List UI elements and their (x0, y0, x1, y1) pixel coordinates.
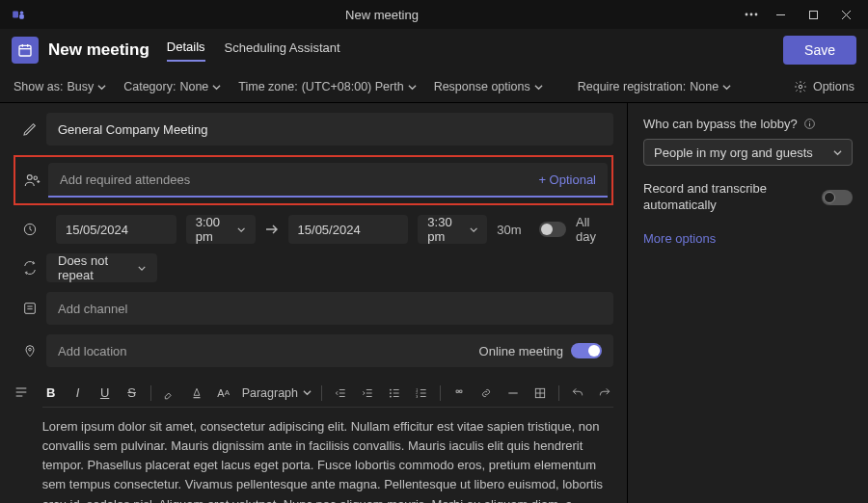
svg-text:3: 3 (416, 394, 418, 398)
start-time-input[interactable]: 3:00 pm (186, 215, 256, 244)
category-dropdown[interactable]: Category: None (123, 80, 221, 93)
svg-point-14 (799, 85, 802, 89)
quote-button[interactable] (450, 386, 468, 400)
chevron-down-icon (138, 264, 146, 273)
font-size-button[interactable]: AA (215, 387, 232, 399)
bypass-lobby-dropdown[interactable]: People in my org and guests (643, 139, 853, 166)
svg-point-16 (34, 176, 37, 179)
chevron-down-icon (408, 83, 417, 92)
location-icon (14, 343, 46, 358)
chevron-down-icon (833, 148, 842, 157)
page-header: New meeting Details Scheduling Assistant… (0, 29, 868, 71)
indent-increase-button[interactable] (359, 386, 376, 400)
chevron-down-icon (470, 225, 477, 234)
clock-icon (14, 222, 46, 237)
record-transcribe-toggle[interactable] (822, 190, 853, 205)
font-color-button[interactable] (188, 386, 205, 400)
window-close-button[interactable] (831, 3, 860, 26)
end-time-input[interactable]: 3:30 pm (418, 215, 487, 244)
svg-point-15 (27, 175, 32, 180)
add-optional-attendees-link[interactable]: + Optional (538, 172, 596, 187)
window-maximize-button[interactable] (799, 3, 827, 26)
underline-button[interactable]: U (96, 385, 114, 400)
description-icon (14, 379, 42, 503)
window-minimize-button[interactable] (766, 3, 795, 26)
add-channel-input[interactable]: Add channel (46, 292, 613, 325)
highlight-button[interactable] (161, 386, 178, 400)
page-title: New meeting (48, 40, 149, 60)
gear-icon (794, 80, 807, 93)
teams-app-icon (10, 6, 27, 23)
titlebar-more-button[interactable] (737, 3, 766, 26)
chevron-down-icon (303, 388, 312, 397)
svg-point-4 (750, 13, 753, 16)
rich-text-toolbar: B I U S AA Paragraph 123 (42, 379, 613, 408)
chevron-down-icon (212, 83, 221, 92)
numbered-list-button[interactable]: 123 (413, 386, 430, 400)
location-input[interactable]: Add location Online meeting (46, 334, 613, 367)
start-date-input[interactable]: 15/05/2024 (56, 215, 176, 244)
svg-point-5 (755, 13, 758, 16)
response-options-dropdown[interactable]: Response options (434, 80, 543, 93)
bypass-lobby-label: Who can bypass the lobby? (643, 117, 853, 131)
window-titlebar: New meeting (0, 0, 868, 29)
svg-point-55 (809, 121, 810, 122)
more-options-link[interactable]: More options (643, 231, 853, 246)
window-title: New meeting (27, 8, 737, 22)
strikethrough-button[interactable]: S (123, 385, 141, 400)
record-transcribe-label: Record and transcribe automatically (643, 181, 798, 214)
online-meeting-label: Online meeting (479, 344, 563, 358)
calendar-icon (12, 37, 39, 64)
save-button[interactable]: Save (783, 36, 856, 65)
chevron-down-icon (722, 83, 731, 92)
svg-point-23 (29, 348, 32, 351)
tab-details[interactable]: Details (167, 40, 205, 62)
indent-decrease-button[interactable] (332, 386, 349, 400)
svg-rect-0 (13, 12, 18, 18)
options-bar: Show as: Busy Category: None Time zone: … (0, 71, 868, 103)
arrow-right-icon (265, 225, 279, 234)
svg-rect-2 (19, 14, 24, 19)
divider-button[interactable] (504, 386, 522, 400)
all-day-label: All day (576, 215, 613, 244)
description-editor[interactable]: Lorem ipsum dolor sit amet, consectetur … (42, 417, 613, 503)
svg-point-3 (746, 13, 748, 16)
svg-rect-10 (19, 45, 31, 56)
svg-rect-7 (809, 11, 817, 18)
chevron-down-icon (97, 83, 106, 92)
undo-button[interactable] (569, 386, 586, 400)
svg-rect-20 (25, 304, 36, 314)
link-button[interactable] (477, 386, 495, 400)
online-meeting-toggle[interactable] (571, 343, 602, 358)
require-registration-dropdown[interactable]: Require registration: None (578, 80, 731, 93)
bold-button[interactable]: B (42, 385, 60, 400)
tab-scheduling-assistant[interactable]: Scheduling Assistant (225, 40, 340, 61)
chevron-down-icon (237, 225, 245, 234)
timezone-dropdown[interactable]: Time zone: (UTC+08:00) Perth (238, 80, 416, 93)
chevron-down-icon (534, 83, 543, 92)
bullet-list-button[interactable] (386, 386, 403, 400)
svg-point-1 (20, 12, 24, 15)
end-date-input[interactable]: 15/05/2024 (288, 215, 409, 244)
svg-point-34 (390, 388, 392, 390)
attendees-placeholder: Add required attendees (60, 172, 538, 187)
meeting-title-input[interactable]: General Company Meeting (46, 113, 613, 146)
duration-label: 30m (497, 223, 529, 237)
redo-button[interactable] (596, 386, 613, 400)
meeting-options-panel: Who can bypass the lobby? People in my o… (627, 103, 868, 503)
table-button[interactable] (531, 386, 549, 400)
svg-point-36 (390, 395, 392, 397)
recurrence-dropdown[interactable]: Does not repeat (46, 253, 157, 282)
attendees-row-highlight: Add required attendees + Optional (14, 155, 613, 205)
required-attendees-input[interactable]: Add required attendees + Optional (48, 163, 608, 198)
info-icon[interactable] (803, 118, 816, 130)
repeat-icon (14, 260, 46, 276)
all-day-toggle[interactable] (539, 222, 566, 237)
meeting-form: General Company Meeting Add required att… (0, 103, 627, 503)
edit-icon (14, 121, 46, 137)
italic-button[interactable]: I (69, 385, 87, 400)
people-icon (15, 172, 48, 189)
paragraph-style-dropdown[interactable]: Paragraph (242, 386, 312, 400)
show-as-dropdown[interactable]: Show as: Busy (14, 80, 106, 93)
meeting-options-button[interactable]: Options (794, 80, 854, 93)
